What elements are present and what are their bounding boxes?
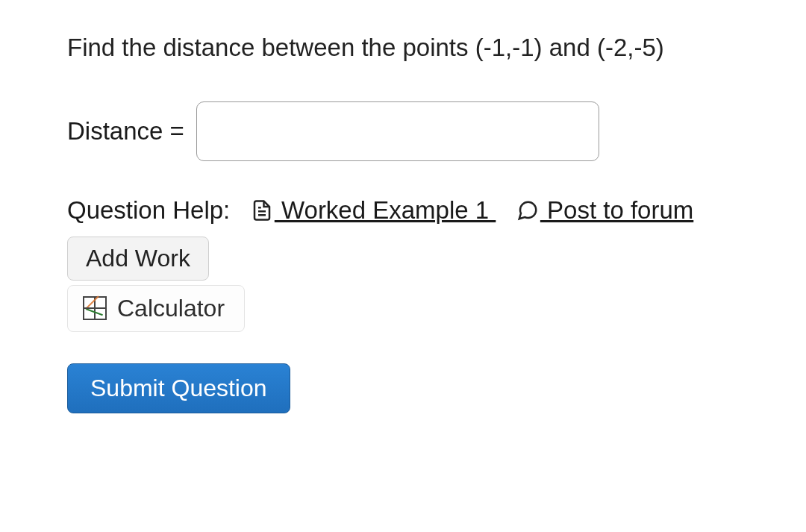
- answer-label: Distance =: [67, 117, 184, 145]
- file-icon: [251, 199, 275, 222]
- question-help-label: Question Help:: [67, 196, 230, 224]
- add-work-button[interactable]: Add Work: [67, 237, 209, 281]
- submit-question-button[interactable]: Submit Question: [67, 363, 290, 413]
- calculator-button[interactable]: Calculator: [67, 285, 245, 332]
- post-to-forum-link[interactable]: Post to forum: [540, 196, 693, 224]
- calculator-label: Calculator: [117, 295, 225, 322]
- comment-icon: [516, 199, 540, 222]
- calculator-icon: [83, 296, 107, 320]
- worked-example-link[interactable]: Worked Example 1: [275, 196, 496, 224]
- question-help-row: Question Help: Worked Example 1 Post to …: [67, 191, 769, 229]
- distance-input[interactable]: [196, 101, 599, 161]
- question-prompt: Find the distance between the points (-1…: [67, 30, 769, 66]
- answer-row: Distance =: [67, 101, 769, 161]
